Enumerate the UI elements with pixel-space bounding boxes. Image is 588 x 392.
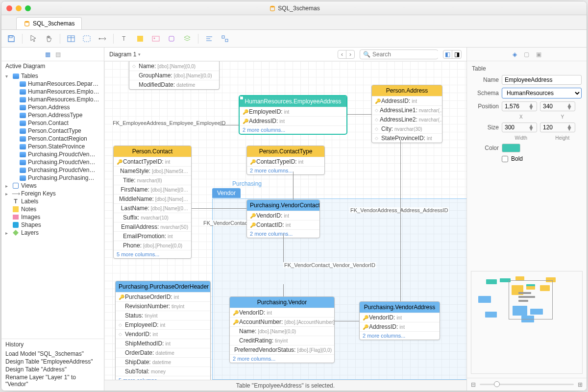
entity-table[interactable]: Purchasing.PurchaseOrderHeader🔑PurchaseO…: [115, 281, 211, 380]
tree-views-group[interactable]: ▸Views: [1, 182, 104, 190]
align-icon[interactable]: [204, 34, 214, 44]
pos-y-field[interactable]: 340▲▼: [540, 101, 575, 111]
entity-table[interactable]: Purchasing.VendorAddress🔑VendorID: int🔑A…: [359, 301, 440, 340]
entity-partial[interactable]: ◇Name: [dbo].[Name](0,0)GroupName: [dbo]…: [129, 61, 220, 90]
document-tab[interactable]: SQL_3schemas: [16, 17, 82, 29]
fk-label: FK_VendorContact_Vendor_VendorID: [283, 262, 376, 268]
tree-shapes-group[interactable]: ▸Shapes: [1, 221, 104, 229]
pointer-icon[interactable]: [28, 34, 38, 44]
entity-table[interactable]: Person.ContactType🔑ContactTypeID: int2 m…: [246, 146, 325, 175]
toolbar: T: [1, 30, 587, 48]
tree-table-item[interactable]: Purchasing.ProudctVen…: [1, 166, 104, 174]
image-icon[interactable]: [151, 34, 161, 44]
region-caption: Purchasing: [232, 180, 262, 187]
style-icon[interactable]: ▢: [524, 51, 529, 58]
svg-point-0: [270, 5, 275, 7]
zoom-out-icon[interactable]: ⊟: [471, 381, 476, 388]
left-sidebar: ▦ ▤ Active Diagram ▾Tables HumanResource…: [1, 48, 104, 391]
tree-table-item[interactable]: HumanResources.Emplo…: [1, 88, 104, 96]
schema-label: Schema: [472, 90, 499, 97]
tree-table-item[interactable]: Purchasing.Purchasing…: [1, 174, 104, 182]
diagram-selector[interactable]: Diagram 1▾: [109, 51, 141, 58]
search-icon: 🔍: [363, 51, 370, 58]
tree-tables-group[interactable]: ▾Tables: [1, 72, 104, 80]
window-controls: [6, 5, 31, 11]
svg-rect-17: [222, 36, 224, 38]
tree-table-item[interactable]: Person.AddressType: [1, 111, 104, 119]
note-icon[interactable]: [135, 34, 145, 44]
tree-table-item[interactable]: Person.Contact: [1, 119, 104, 127]
cube-icon[interactable]: ◈: [513, 51, 517, 58]
relation-icon[interactable]: [98, 34, 107, 44]
entity-table[interactable]: Purchasing.Vendor🔑VendorID: int🔑AccountN…: [229, 296, 335, 363]
view-icon[interactable]: [82, 34, 92, 44]
history-item[interactable]: Rename Layer "Layer 1" to "Vendor": [5, 373, 100, 388]
minimap[interactable]: [471, 271, 583, 374]
tree-images-group[interactable]: ▸Images: [1, 213, 104, 221]
name-field[interactable]: [502, 75, 582, 85]
right-sidebar: ◈ ▢ ▣ Table Name SchemaHumanResources Po…: [466, 48, 587, 391]
tree-table-item[interactable]: Purchasing.ProudctVen…: [1, 158, 104, 166]
canvas-view-toggle[interactable]: ◧◨: [443, 50, 462, 59]
zoom-slider[interactable]: ⊟ ⊞: [467, 378, 587, 391]
entity-table[interactable]: Purchasing.VendorContact🔑VendorID: int🔑C…: [246, 199, 320, 238]
tree-layers-group[interactable]: ▸Layers: [1, 229, 104, 237]
props-heading: Table: [472, 65, 582, 72]
arrange-icon[interactable]: [220, 34, 230, 44]
tree-tab-icon[interactable]: ▦: [45, 51, 50, 58]
active-diagram-heading: Active Diagram: [1, 61, 104, 71]
history-item[interactable]: Design Table "Address": [5, 366, 100, 373]
tree-labels-group[interactable]: ▸Labels: [1, 197, 104, 205]
history-item[interactable]: Design Table "EmployeeAddress": [5, 358, 100, 366]
tree-table-item[interactable]: HumanResources.Depar…: [1, 80, 104, 88]
tree-fks-group[interactable]: ▸Foreign Keys: [1, 190, 104, 197]
tree-table-item[interactable]: Person.ContactRegion: [1, 135, 104, 143]
tree-table-item[interactable]: Person.ContactType: [1, 127, 104, 135]
save-icon[interactable]: [6, 34, 16, 44]
canvas-area: Diagram 1▾ ‹› 🔍 ◧◨ Purchasing Vendor FK_…: [104, 48, 466, 391]
tree-table-item[interactable]: HumanResources.Emplo…: [1, 96, 104, 103]
height-field[interactable]: 120▲▼: [540, 122, 575, 132]
table-icon[interactable]: [66, 34, 76, 44]
properties-panel: Table Name SchemaHumanResources Position…: [467, 61, 587, 169]
metrics-icon[interactable]: ▣: [536, 51, 541, 58]
zoom-icon[interactable]: [25, 5, 31, 11]
entity-table[interactable]: Person.Address🔑AddressID: int◇AddressLin…: [371, 85, 442, 143]
svg-rect-18: [225, 39, 228, 42]
close-icon[interactable]: [6, 5, 12, 11]
region-tab[interactable]: Vendor: [212, 188, 241, 198]
nav-history[interactable]: ‹›: [338, 50, 355, 59]
width-field[interactable]: 300▲▼: [502, 122, 537, 132]
window-title: SQL_3schemas: [31, 5, 558, 12]
titlebar: SQL_3schemas: [1, 1, 587, 15]
nav-fwd-icon: ›: [346, 50, 354, 58]
database-icon: [269, 5, 276, 12]
color-swatch[interactable]: [502, 144, 520, 152]
hand-icon[interactable]: [44, 34, 54, 44]
tree-table-item[interactable]: Person.Address: [1, 103, 104, 111]
entity-table[interactable]: HumanResources.EmployeeAddress🔑EmployeeI…: [239, 96, 347, 134]
fk-label: FK_VendorAddress_Address_AddressID: [349, 207, 449, 213]
svg-rect-6: [83, 36, 90, 42]
schema-select[interactable]: HumanResources: [502, 88, 582, 98]
tree-table-item[interactable]: Purchasing.ProudctVen…: [1, 150, 104, 158]
fk-label: FK_VendorContact: [202, 220, 250, 226]
history-item[interactable]: Load Model "SQL_3schemas": [5, 350, 100, 358]
size-label: Size: [472, 124, 499, 131]
list-tab-icon[interactable]: ▤: [55, 51, 61, 58]
zoom-in-icon[interactable]: ⊞: [578, 381, 583, 388]
shape-icon[interactable]: [167, 34, 176, 44]
bold-checkbox[interactable]: [502, 156, 508, 162]
entity-table[interactable]: Person.Contact🔑ContactTypeID: intNameSty…: [113, 146, 192, 259]
tree-notes-group[interactable]: ▸Notes: [1, 205, 104, 213]
tree-table-item[interactable]: Person.StateProvince: [1, 143, 104, 150]
minimize-icon[interactable]: [16, 5, 22, 11]
diagram-canvas[interactable]: Purchasing Vendor FK_EmployeeAddress_Emp…: [104, 61, 466, 380]
search-input[interactable]: 🔍: [360, 49, 438, 59]
database-icon: [24, 20, 30, 27]
text-icon[interactable]: T: [120, 34, 129, 44]
svg-point-12: [154, 37, 155, 39]
layer-icon[interactable]: [182, 34, 192, 44]
inspector-tabs: ◈ ▢ ▣: [467, 48, 587, 61]
pos-x-field[interactable]: 1,576▲▼: [502, 101, 537, 111]
